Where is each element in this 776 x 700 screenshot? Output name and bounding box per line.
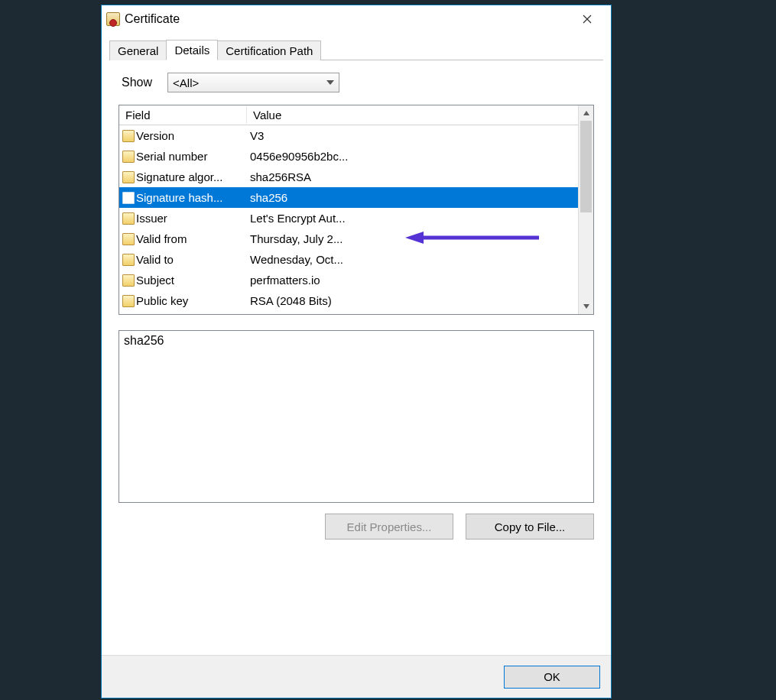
field-value: sha256 xyxy=(247,191,578,204)
show-dropdown[interactable]: <All> xyxy=(167,73,339,92)
tab-general[interactable]: General xyxy=(109,41,167,60)
show-label: Show xyxy=(122,76,152,89)
field-value: sha256RSA xyxy=(247,170,578,183)
table-row[interactable]: Valid toWednesday, Oct... xyxy=(119,249,578,270)
property-icon xyxy=(122,274,135,287)
field-name: Issuer xyxy=(136,212,167,225)
fields-listview[interactable]: Field Value VersionV3Serial number0456e9… xyxy=(119,105,594,315)
field-name: Valid to xyxy=(136,253,174,266)
svg-marker-3 xyxy=(583,304,589,309)
table-row[interactable]: VersionV3 xyxy=(119,125,578,146)
tab-details[interactable]: Details xyxy=(166,40,218,60)
button-row: Edit Properties... Copy to File... xyxy=(109,514,603,544)
dialog-footer: OK xyxy=(102,655,611,698)
tab-strip: General Details Certification Path xyxy=(109,39,603,60)
certificate-dialog: Certificate General Details Certificatio… xyxy=(101,5,612,698)
column-header-field[interactable]: Field xyxy=(119,106,247,124)
ok-button[interactable]: OK xyxy=(504,666,600,689)
property-icon xyxy=(122,130,135,142)
detail-textbox[interactable]: sha256 xyxy=(119,330,594,503)
details-panel: Show <All> Field Value VersionV3Serial n… xyxy=(109,70,603,650)
window-title: Certificate xyxy=(125,12,180,26)
field-value: RSA (2048 Bits) xyxy=(247,294,578,307)
field-name: Version xyxy=(136,129,174,142)
scroll-up-icon[interactable] xyxy=(579,105,593,121)
field-value: Wednesday, Oct... xyxy=(247,253,578,266)
column-header-value[interactable]: Value xyxy=(247,106,593,124)
table-row[interactable]: Valid fromThursday, July 2... xyxy=(119,228,578,249)
field-name: Valid from xyxy=(136,232,187,245)
scroll-down-icon[interactable] xyxy=(579,299,593,314)
property-icon xyxy=(122,212,135,225)
scroll-thumb[interactable] xyxy=(580,121,592,212)
field-value: Thursday, July 2... xyxy=(247,232,578,245)
property-icon xyxy=(122,171,135,183)
listview-header: Field Value xyxy=(119,105,593,125)
table-row[interactable]: Serial number0456e90956b2bc... xyxy=(119,146,578,167)
field-name: Signature algor... xyxy=(136,170,222,183)
titlebar: Certificate xyxy=(102,5,611,33)
field-value: Let's Encrypt Aut... xyxy=(247,212,578,225)
close-button[interactable] xyxy=(570,8,605,31)
table-row[interactable]: Signature hash...sha256 xyxy=(119,187,578,208)
property-icon xyxy=(122,295,135,307)
field-value: V3 xyxy=(247,129,578,142)
listview-scrollbar[interactable] xyxy=(578,105,593,314)
tab-certification-path[interactable]: Certification Path xyxy=(217,41,321,60)
certificate-icon xyxy=(106,12,120,26)
field-name: Serial number xyxy=(136,150,207,163)
table-row[interactable]: IssuerLet's Encrypt Aut... xyxy=(119,208,578,228)
show-row: Show <All> xyxy=(109,70,603,105)
close-icon xyxy=(583,15,592,24)
property-icon xyxy=(122,233,135,245)
property-icon xyxy=(122,192,135,204)
edit-properties-button: Edit Properties... xyxy=(325,514,453,540)
client-area: General Details Certification Path Show … xyxy=(102,33,611,655)
svg-marker-2 xyxy=(583,111,589,115)
field-value: 0456e90956b2bc... xyxy=(247,150,578,163)
listview-body: VersionV3Serial number0456e90956b2bc...S… xyxy=(119,125,578,314)
show-dropdown-value: <All> xyxy=(173,76,199,89)
property-icon xyxy=(122,254,135,266)
copy-to-file-button[interactable]: Copy to File... xyxy=(466,514,594,540)
field-name: Subject xyxy=(136,274,174,287)
table-row[interactable]: Subjectperfmatters.io xyxy=(119,270,578,290)
table-row[interactable]: Signature algor...sha256RSA xyxy=(119,167,578,187)
chevron-down-icon xyxy=(326,80,334,85)
field-name: Signature hash... xyxy=(136,191,222,204)
property-icon xyxy=(122,151,135,163)
field-name: Public key xyxy=(136,294,188,307)
field-value: perfmatters.io xyxy=(247,274,578,287)
table-row[interactable]: Public keyRSA (2048 Bits) xyxy=(119,290,578,311)
